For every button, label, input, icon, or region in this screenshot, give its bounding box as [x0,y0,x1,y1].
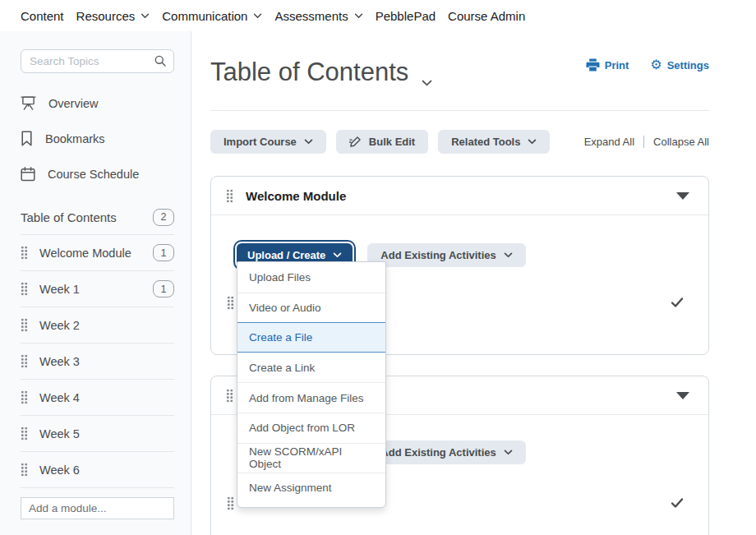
toolbar: Import Course Bulk Edit Related Tools Ex… [210,130,709,154]
module-title: Welcome Module [246,189,346,203]
sidebar-item-week-5[interactable]: Week 5 [21,415,174,451]
title-row: Table of Contents Print ⚙ Settings [210,51,709,94]
nav-item-assessments[interactable]: Assessments [274,9,362,23]
menu-item-new-assignment[interactable]: New Assignment [237,473,385,503]
menu-item-add-object-from-lor[interactable]: Add Object from LOR [237,413,385,443]
drag-handle-icon[interactable] [226,389,233,403]
nav-item-resources[interactable]: Resources [76,9,150,23]
drag-handle-icon[interactable] [21,246,28,260]
add-existing-activities-button[interactable]: Add Existing Activities [367,440,525,464]
nav-item-pebblepad[interactable]: PebblePad [376,9,436,23]
drag-handle-icon[interactable] [21,463,28,477]
module-label: Week 5 [39,427,174,440]
sidebar-item-week-1[interactable]: Week 1 1 [21,270,174,307]
related-tools-button[interactable]: Related Tools [438,130,550,154]
sidebar-item-week-4[interactable]: Week 4 [21,379,174,415]
sidebar-item-week-2[interactable]: Week 2 [21,307,174,343]
nav-item-content[interactable]: Content [21,9,64,23]
printer-icon [586,58,600,71]
overview-icon [21,95,36,111]
chevron-down-icon [504,252,513,258]
top-nav: Content Resources Communication Assessme… [0,0,756,31]
menu-item-upload-files[interactable]: Upload Files [237,262,385,293]
sidebar-item-label: Bookmarks [45,132,105,145]
settings-label: Settings [667,59,709,71]
chevron-down-icon [304,139,313,145]
gear-icon: ⚙ [650,58,662,71]
sidebar-item-week-6[interactable]: Week 6 [21,451,174,487]
add-module-input[interactable] [21,497,174,519]
topic-count-badge: 1 [153,280,174,297]
nav-item-label: PebblePad [376,9,436,23]
print-button[interactable]: Print [586,58,629,71]
sidebar-item-table-of-contents[interactable]: Table of Contents 2 [21,207,174,227]
nav-item-label: Resources [76,9,136,23]
module-label: Week 3 [39,355,174,368]
bulk-edit-button[interactable]: Bulk Edit [336,130,428,154]
search-icon[interactable] [154,54,167,71]
print-label: Print [605,59,629,71]
divider [643,136,644,148]
topic-count-badge: 1 [153,244,174,261]
sidebar-module-list: Welcome Module 1 Week 1 1 Week 2 Week 3 … [21,234,174,488]
sidebar-item-bookmarks[interactable]: Bookmarks [21,121,174,156]
module-label: Welcome Module [39,247,153,260]
sidebar-item-course-schedule[interactable]: Course Schedule [21,156,174,191]
sidebar-links: Overview Bookmarks Course Schedule [21,85,174,191]
module-label: Week 2 [39,319,174,332]
page-title-text: Table of Contents [210,57,408,88]
upload-create-dropdown-menu: Upload Files Video or Audio Create a Fil… [237,261,386,508]
collapse-module-icon[interactable] [676,192,689,200]
add-existing-label: Add Existing Activities [380,249,496,261]
expand-collapse-links: Expand All Collapse All [584,136,709,148]
add-existing-label: Add Existing Activities [380,446,496,459]
nav-item-label: Assessments [274,9,348,23]
page-title: Table of Contents [210,51,432,94]
drag-handle-icon[interactable] [226,189,233,203]
related-tools-label: Related Tools [451,136,520,148]
bulk-edit-label: Bulk Edit [369,136,415,148]
menu-item-create-a-link[interactable]: Create a Link [237,353,385,383]
chevron-down-icon [141,13,150,19]
collapse-all-link[interactable]: Collapse All [653,136,709,148]
title-actions-chevron-icon[interactable] [422,62,432,94]
import-course-button[interactable]: Import Course [210,130,326,154]
menu-item-video-or-audio[interactable]: Video or Audio [237,293,385,323]
menu-item-add-from-manage-files[interactable]: Add from Manage Files [237,382,385,413]
drag-handle-icon[interactable] [21,282,28,296]
nav-item-label: Communication [162,9,247,23]
completed-checkmark-icon [671,297,684,311]
drag-handle-icon[interactable] [227,496,234,510]
drag-handle-icon[interactable] [227,296,234,310]
nav-item-communication[interactable]: Communication [162,9,262,23]
sidebar: Overview Bookmarks Course Schedule Table… [0,31,191,535]
module-label: Week 6 [39,464,174,477]
menu-item-new-scorm-xapi-object[interactable]: New SCORM/xAPI Object [237,443,385,473]
collapse-module-icon[interactable] [676,392,689,399]
nav-item-course-admin[interactable]: Course Admin [448,9,525,23]
drag-handle-icon[interactable] [21,354,28,368]
topic-count-badge: 2 [153,209,174,226]
pencil-icon [349,136,362,148]
menu-item-create-a-file[interactable]: Create a File [237,322,385,353]
expand-all-link[interactable]: Expand All [584,136,634,148]
sidebar-item-welcome-module[interactable]: Welcome Module 1 [21,234,174,270]
sidebar-item-week-3[interactable]: Week 3 [21,343,174,379]
add-existing-activities-button[interactable]: Add Existing Activities [367,243,525,267]
sidebar-item-label: Course Schedule [48,168,139,181]
sidebar-item-overview[interactable]: Overview [21,85,174,121]
module-label: Week 1 [39,283,153,296]
nav-item-label: Course Admin [448,9,525,23]
search-input[interactable] [21,49,174,73]
calendar-icon [21,167,35,182]
drag-handle-icon[interactable] [21,390,28,404]
sidebar-item-label: Overview [48,97,98,110]
drag-handle-icon[interactable] [21,427,28,440]
drag-handle-icon[interactable] [21,318,28,332]
module-label: Week 4 [39,391,174,404]
chevron-down-icon [333,252,342,258]
import-course-label: Import Course [224,136,297,148]
settings-button[interactable]: ⚙ Settings [650,58,709,71]
chevron-down-icon [504,450,513,455]
toc-label: Table of Contents [21,210,117,224]
